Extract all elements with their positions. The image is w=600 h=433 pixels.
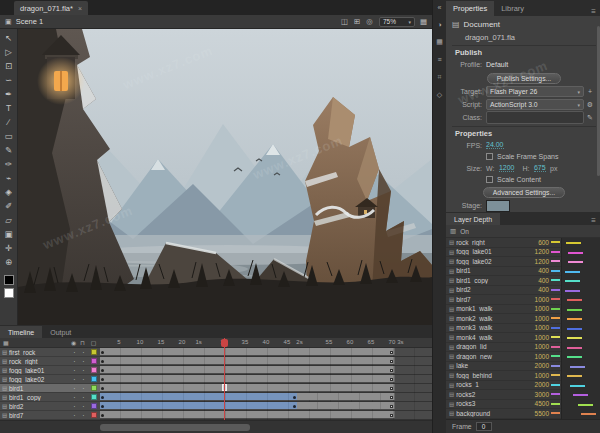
depth-graph[interactable] xyxy=(561,238,600,419)
depth-graph-line[interactable] xyxy=(567,347,582,349)
depth-value[interactable]: 1000 xyxy=(535,296,549,303)
lock-dot[interactable]: · xyxy=(79,385,88,392)
free-transform-tool[interactable]: ⊡ xyxy=(1,59,17,73)
depth-layer-row[interactable]: ▤background_5500 xyxy=(446,409,562,419)
layer-color-swatch[interactable] xyxy=(91,412,97,418)
target-dropdown[interactable]: Flash Player 26 ▾ xyxy=(486,86,584,97)
depth-value[interactable]: 400 xyxy=(538,286,549,293)
frame-span[interactable] xyxy=(297,393,395,400)
publish-settings-button[interactable]: Publish Settings... xyxy=(487,73,561,84)
paint-bucket-tool[interactable]: ◈ xyxy=(1,185,17,199)
depth-value[interactable]: 1000 xyxy=(535,353,549,360)
scale-frame-spans-checkbox[interactable] xyxy=(486,153,493,160)
depth-layer-row[interactable]: ▤bird2400 xyxy=(446,286,562,296)
depth-graph-line[interactable] xyxy=(565,280,580,282)
scene-label[interactable]: Scene 1 xyxy=(16,17,44,26)
fill-color-swatch[interactable] xyxy=(4,288,14,298)
depth-layer-row[interactable]: ▤rock_right600 xyxy=(446,238,562,248)
depth-value[interactable]: 1200 xyxy=(535,248,549,255)
text-tool[interactable]: T xyxy=(1,101,17,115)
layer-row[interactable]: ▤first_rock·· xyxy=(0,348,100,357)
wrench-icon[interactable]: ⚙ xyxy=(584,101,596,109)
hand-tool[interactable]: ✛ xyxy=(1,241,17,255)
code-panel-icon[interactable]: ⌗ xyxy=(438,73,442,81)
depth-graph-line[interactable] xyxy=(578,404,593,406)
layer-row[interactable]: ▤bird1_copy·· xyxy=(0,393,100,402)
outline-icon[interactable]: ▢ xyxy=(87,339,100,346)
fps-value[interactable]: 24.00 xyxy=(486,141,504,149)
depth-graph-line[interactable] xyxy=(568,252,583,254)
selection-tool[interactable]: ↖ xyxy=(1,31,17,45)
frame-row[interactable] xyxy=(100,402,432,411)
panel-menu-icon[interactable]: ≡ xyxy=(587,216,600,225)
lock-dot[interactable]: · xyxy=(79,349,88,356)
depth-value[interactable]: 3000 xyxy=(535,391,549,398)
depth-graph-line[interactable] xyxy=(567,299,582,301)
playhead-marker[interactable] xyxy=(221,339,228,347)
depth-graph-line[interactable] xyxy=(567,309,582,311)
script-dropdown[interactable]: ActionScript 3.0 ▾ xyxy=(486,99,584,110)
tab-layer-depth[interactable]: Layer Depth xyxy=(446,213,500,225)
visibility-dot[interactable]: · xyxy=(70,358,79,365)
frame-row[interactable] xyxy=(100,357,432,366)
eyedropper-tool[interactable]: ✐ xyxy=(1,199,17,213)
frame-span[interactable] xyxy=(100,384,395,391)
stage-canvas[interactable] xyxy=(18,29,432,325)
collapse-dock-icon[interactable]: « xyxy=(438,4,442,11)
depth-value[interactable]: 400 xyxy=(538,267,549,274)
layer-row[interactable]: ▤bird1·· xyxy=(0,384,100,393)
visibility-dot[interactable]: · xyxy=(70,394,79,401)
layer-row[interactable]: ▤fogg_lake01·· xyxy=(0,366,100,375)
edit-scene-icon[interactable]: ◫ xyxy=(341,17,348,26)
lock-dot[interactable]: · xyxy=(79,367,88,374)
advanced-settings-button[interactable]: Advanced Settings... xyxy=(483,187,565,198)
layer-row[interactable]: ▤fogg_lake02·· xyxy=(0,375,100,384)
depth-layer-row[interactable]: ▤fogg_behind1000 xyxy=(446,371,562,381)
depth-on-icon[interactable]: ▥ xyxy=(450,227,456,235)
visibility-dot[interactable]: · xyxy=(70,349,79,356)
pencil-tool[interactable]: ✎ xyxy=(1,143,17,157)
depth-value[interactable]: 1000 xyxy=(535,315,549,322)
depth-layer-row[interactable]: ▤lake2000 xyxy=(446,362,562,372)
publish-section-header[interactable]: Publish xyxy=(452,45,596,58)
lock-dot[interactable]: · xyxy=(79,358,88,365)
stage-color-swatch[interactable] xyxy=(486,200,510,212)
color-panel-icon[interactable]: ◑ xyxy=(437,21,441,28)
document-name[interactable]: dragon_071.fla xyxy=(465,33,515,42)
frame-span[interactable] xyxy=(100,411,395,418)
frame-row[interactable] xyxy=(100,411,432,420)
line-tool[interactable]: ∕ xyxy=(1,115,17,129)
depth-layer-row[interactable]: ▤rocks23000 xyxy=(446,390,562,400)
depth-value[interactable]: 1000 xyxy=(535,372,549,379)
depth-layer-row[interactable]: ▤bird1400 xyxy=(446,267,562,277)
depth-graph-line[interactable] xyxy=(573,394,588,396)
frames-area[interactable]: 51015201s303540452s556065703s xyxy=(100,338,432,420)
lock-dot[interactable]: · xyxy=(79,394,88,401)
depth-layer-row[interactable]: ▤dragon_lid1000 xyxy=(446,343,562,353)
depth-graph-line[interactable] xyxy=(570,366,585,368)
depth-graph-line[interactable] xyxy=(565,290,580,292)
zoom-tool[interactable]: ⊕ xyxy=(1,255,17,269)
depth-value[interactable]: 600 xyxy=(538,239,549,246)
visibility-dot[interactable]: · xyxy=(70,403,79,410)
depth-layer-row[interactable]: ▤fogg_lake021200 xyxy=(446,257,562,267)
visibility-dot[interactable]: · xyxy=(70,367,79,374)
depth-graph-line[interactable] xyxy=(567,356,582,358)
depth-layer-row[interactable]: ▤fogg_lake011200 xyxy=(446,248,562,258)
camera-icon[interactable]: ▦ xyxy=(3,339,9,346)
depth-graph-line[interactable] xyxy=(581,413,596,415)
depth-layer-row[interactable]: ▤monk3_walk1000 xyxy=(446,324,562,334)
depth-graph-line[interactable] xyxy=(568,261,583,263)
depth-graph-line[interactable] xyxy=(567,318,582,320)
frame-row[interactable] xyxy=(100,393,432,402)
depth-graph-line[interactable] xyxy=(567,328,582,330)
pencil-icon[interactable]: ✎ xyxy=(584,114,596,122)
panel-menu-icon[interactable]: ≡ xyxy=(587,7,600,16)
timeline-scrollbar[interactable] xyxy=(0,420,432,433)
depth-value[interactable]: 4500 xyxy=(535,400,549,407)
components-panel-icon[interactable]: ◇ xyxy=(437,91,442,99)
visibility-dot[interactable]: · xyxy=(70,376,79,383)
tween-span[interactable] xyxy=(100,402,297,409)
brush-tool[interactable]: ✑ xyxy=(1,157,17,171)
eraser-tool[interactable]: ▱ xyxy=(1,213,17,227)
